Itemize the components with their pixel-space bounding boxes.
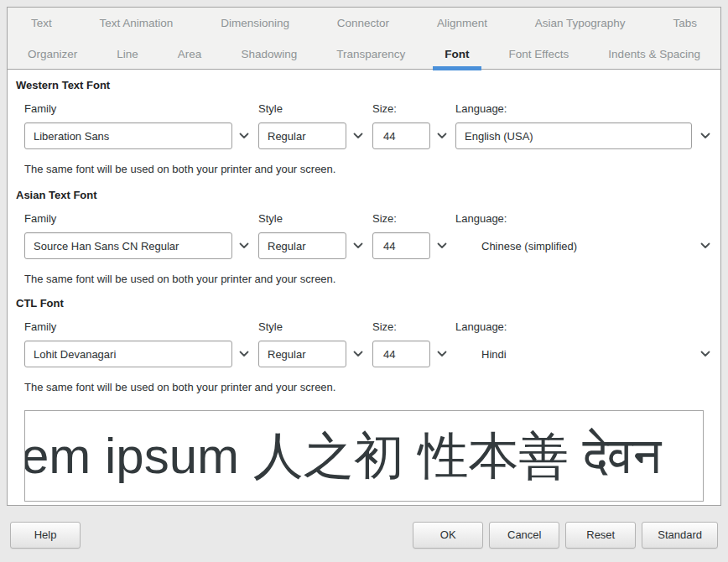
chevron-down-icon[interactable] [348,341,368,367]
size-label: Size: [372,102,397,116]
tab-font[interactable]: Font [445,39,469,70]
tab-shadowing[interactable]: Shadowing [241,39,297,70]
ctl-size-input[interactable]: 44 [372,341,430,367]
dialog-footer: Help OK Cancel Reset Standard [10,521,718,549]
western-font-section: Western Text Font Family Style Size: Lan… [8,70,720,176]
asian-style-input[interactable]: Regular [258,232,346,259]
language-label: Language: [455,320,507,334]
font-preview-text: em ipsum 人之初 性本善 देवन [24,431,662,481]
asian-font-section: Asian Text Font Family Style Size: Langu… [8,176,720,286]
language-label: Language: [455,102,507,116]
action-button-group: OK Cancel Reset Standard [413,522,718,549]
tab-asian-typography[interactable]: Asian Typography [535,8,626,39]
chevron-down-icon[interactable] [432,122,452,149]
standard-button[interactable]: Standard [642,522,718,549]
character-dialog: Text Text Animation Dimensioning Connect… [0,0,728,562]
tab-tabs[interactable]: Tabs [673,8,697,39]
printer-screen-note: The same font will be used on both your … [24,381,704,394]
style-label: Style [258,212,283,226]
tab-organizer[interactable]: Organizer [28,39,77,70]
ctl-style-input[interactable]: Regular [258,341,346,367]
tab-row-2: Organizer Line Area Shadowing Transparen… [8,39,720,70]
cancel-button[interactable]: Cancel [489,522,559,549]
fields-row: Liberation Sans Regular 44 English (USA) [24,122,704,149]
tab-row-1: Text Text Animation Dimensioning Connect… [8,8,720,39]
chevron-down-icon[interactable] [695,122,715,149]
tab-transparency[interactable]: Transparency [336,39,405,70]
asian-size-input[interactable]: 44 [372,232,430,259]
ctl-family-input[interactable]: Lohit Devanagari [24,341,232,367]
family-label: Family [24,212,56,226]
tab-dimensioning[interactable]: Dimensioning [221,8,289,39]
labels-row: Family Style Size: Language: [24,320,704,334]
section-title: Asian Text Font [16,176,720,201]
family-label: Family [24,320,56,334]
asian-language-select[interactable]: Chinese (simplified) [455,232,692,259]
chevron-down-icon[interactable] [234,341,254,367]
tab-strip: Text Text Animation Dimensioning Connect… [8,8,720,70]
font-preview-box: em ipsum 人之初 性本善 देवन [24,410,704,502]
fields-row: Lohit Devanagari Regular 44 Hindi [24,341,704,367]
family-label: Family [24,102,56,116]
labels-row: Family Style Size: Language: [24,102,704,116]
tab-font-effects[interactable]: Font Effects [509,39,569,70]
chevron-down-icon[interactable] [348,232,368,259]
asian-family-input[interactable]: Source Han Sans CN Regular [24,232,232,259]
chevron-down-icon[interactable] [348,122,368,149]
chevron-down-icon[interactable] [695,341,715,367]
fields-row: Source Han Sans CN Regular Regular 44 Ch… [24,232,704,259]
western-language-input[interactable]: English (USA) [455,122,692,149]
notebook-panel: Text Text Animation Dimensioning Connect… [7,7,721,506]
printer-screen-note: The same font will be used on both your … [24,273,704,286]
section-title: Western Text Font [16,70,720,91]
tab-line[interactable]: Line [117,39,138,70]
section-title: CTL Font [16,286,720,310]
chevron-down-icon[interactable] [432,341,452,367]
tab-indents-spacing[interactable]: Indents & Spacing [608,39,700,70]
chevron-down-icon[interactable] [234,122,254,149]
western-family-input[interactable]: Liberation Sans [24,122,232,149]
ok-button[interactable]: OK [413,522,483,549]
size-label: Size: [372,320,397,334]
labels-row: Family Style Size: Language: [24,212,704,226]
tab-text-animation[interactable]: Text Animation [100,8,174,39]
help-button[interactable]: Help [10,522,81,549]
chevron-down-icon[interactable] [695,232,715,259]
ctl-language-select[interactable]: Hindi [455,341,692,367]
language-label: Language: [455,212,507,226]
style-label: Style [258,102,283,116]
tab-alignment[interactable]: Alignment [437,8,487,39]
chevron-down-icon[interactable] [234,232,254,259]
tab-area[interactable]: Area [178,39,202,70]
font-tab-content: Western Text Font Family Style Size: Lan… [8,70,720,505]
western-style-input[interactable]: Regular [258,122,346,149]
tab-connector[interactable]: Connector [337,8,389,39]
style-label: Style [258,320,283,334]
ctl-font-section: CTL Font Family Style Size: Language: Lo… [8,286,720,394]
chevron-down-icon[interactable] [432,232,452,259]
tab-text[interactable]: Text [31,8,52,39]
reset-button[interactable]: Reset [565,522,636,549]
printer-screen-note: The same font will be used on both your … [24,163,704,176]
size-label: Size: [372,212,397,226]
western-size-input[interactable]: 44 [372,122,430,149]
